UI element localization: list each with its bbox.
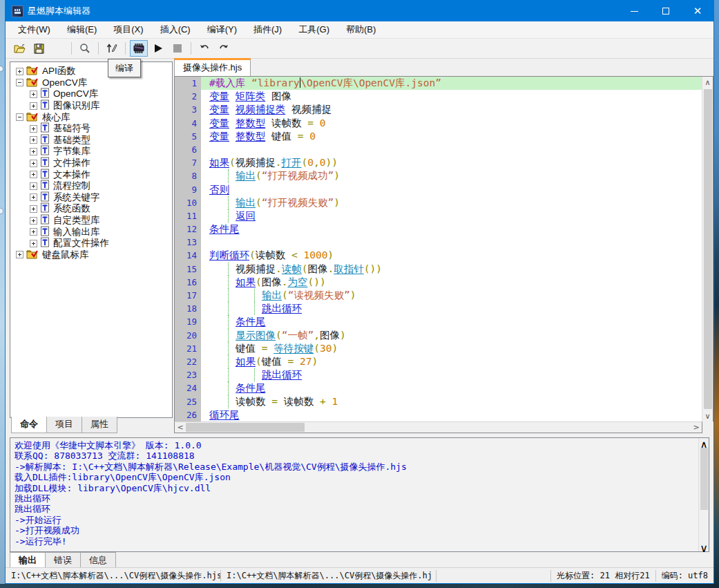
expand-plus-icon[interactable] [30,160,37,167]
output-scroll-thumb[interactable] [700,448,708,510]
code-line[interactable]: 11返回 [175,209,702,222]
goto-button[interactable] [103,40,121,57]
open-button[interactable] [10,40,28,57]
tree-item[interactable]: 系统关键字 [13,192,172,204]
code-line[interactable]: 2变量 矩阵类 图像 [175,90,702,103]
library-tree[interactable]: API函数OpenCV库OpenCV库图像识别库核心库基础符号基础类型字节集库文… [10,61,173,418]
expand-plus-icon[interactable] [30,182,37,190]
expand-plus-icon[interactable] [30,102,37,110]
code-editor[interactable]: 1#载入库 “library\OpenCV库\OpenCV库.json”2变量 … [175,77,702,421]
title-bar[interactable]: 星燃脚本编辑器 ✕ [6,1,713,21]
sidebar-tab-project[interactable]: 项目 [46,417,82,433]
horizontal-scroll-thumb[interactable] [186,423,305,432]
editor-tab-active[interactable]: 摄像头操作.hjs [174,58,251,76]
expand-plus-icon[interactable] [30,228,37,236]
undo-button[interactable] [195,40,213,57]
menu-item-file[interactable]: 文件(W) [11,21,57,38]
tree-item[interactable]: OpenCV库 [13,77,172,89]
code-line[interactable]: 26循环尾 [175,408,702,421]
menu-item-edit[interactable]: 编辑(E) [60,21,104,38]
tree-item[interactable]: 文件操作 [13,158,172,169]
expand-plus-icon[interactable] [30,136,37,144]
code-line[interactable]: 8输出(“打开视频成功”) [175,169,702,182]
tree-item[interactable]: 输入输出库 [13,226,172,238]
output-vertical-scrollbar[interactable]: ∧ ∨ [698,438,709,551]
expand-plus-icon[interactable] [16,68,23,75]
maximize-button[interactable] [650,1,682,21]
expand-plus-icon[interactable] [30,148,37,155]
code-line[interactable]: 10输出(“打开视频失败”) [175,196,702,209]
scroll-right-icon[interactable]: > [691,422,702,433]
code-line[interactable]: 25读帧数 = 读帧数 + 1 [175,395,702,408]
search-button[interactable] [76,40,94,57]
code-line[interactable]: 21键值 = 等待按键(30) [175,342,702,355]
tree-item[interactable]: 系统函数 [13,203,172,215]
expand-plus-icon[interactable] [30,217,37,225]
editor-vertical-scrollbar[interactable]: ∧ ∨ [702,77,713,421]
menu-item-tools[interactable]: 工具(G) [291,21,336,38]
menu-item-project[interactable]: 项目(X) [106,21,150,38]
code-line[interactable]: 9否则 [175,183,702,196]
menu-item-insert[interactable]: 插入(C) [153,21,198,38]
code-line[interactable]: 3变量 视频捕捉类 视频捕捉 [175,103,702,116]
expand-plus-icon[interactable] [30,171,37,178]
code-line[interactable]: 6 [175,143,702,156]
expand-plus-icon[interactable] [16,251,23,258]
code-line[interactable]: 4变量 整数型 读帧数 = 0 [175,117,702,130]
tree-item[interactable]: 图像识别库 [13,100,172,112]
tree-item[interactable]: 自定类型库 [13,215,172,227]
close-button[interactable]: ✕ [682,1,713,21]
code-line[interactable]: 12条件尾 [175,222,702,236]
code-line[interactable]: 15视频捕捉.读帧(图像.取指针()) [175,263,702,276]
stop-button[interactable] [169,40,186,57]
code-line[interactable]: 22如果(键值 = 27) [175,355,702,368]
save-all-button[interactable] [49,40,67,57]
code-line[interactable]: 24条件尾 [175,381,702,395]
code-line[interactable]: 17输出(“读视频失败”) [175,289,702,302]
tree-item[interactable]: 键盘鼠标库 [13,249,172,261]
compile-button[interactable] [130,40,148,57]
menu-item-plugin[interactable]: 插件(J) [247,21,289,38]
expand-plus-icon[interactable] [30,193,37,201]
tree-item[interactable]: 配置文件操作 [13,238,172,249]
sidebar-tab-property[interactable]: 属性 [82,417,117,433]
code-line[interactable]: 7如果(视频捕捉.打开(0,0)) [175,156,702,169]
expand-plus-icon[interactable] [30,240,37,247]
collapse-minus-icon[interactable] [16,113,23,121]
minimize-button[interactable] [618,1,650,21]
redo-button[interactable] [215,40,233,57]
tree-item[interactable]: 字节集库 [13,146,172,158]
scroll-left-icon[interactable]: < [175,422,186,433]
menu-item-compile[interactable]: 编译(Y) [200,21,244,38]
scroll-down-icon[interactable]: ∨ [702,410,713,421]
save-button[interactable] [30,40,48,57]
code-line[interactable]: 16如果(图像.为空()) [175,276,702,289]
scroll-down-icon[interactable]: ∨ [700,542,708,551]
tree-item[interactable]: 流程控制 [13,180,172,192]
run-button[interactable] [149,40,167,57]
code-line[interactable]: 23跳出循环 [175,368,702,381]
expand-plus-icon[interactable] [30,91,37,98]
scroll-up-icon[interactable]: ∧ [700,438,708,448]
output-tab-info[interactable]: 信息 [80,552,116,569]
tree-item[interactable]: 基础符号 [13,123,172,135]
tree-item[interactable]: 核心库 [13,111,172,123]
tree-item[interactable]: 文本操作 [13,169,172,180]
scroll-up-icon[interactable]: ∧ [702,77,713,88]
output-tab-output[interactable]: 输出 [10,552,46,569]
vertical-scroll-thumb[interactable] [704,89,712,409]
output-tab-error[interactable]: 错误 [45,552,81,569]
menu-item-help[interactable]: 帮助(B) [339,21,383,38]
tree-item[interactable]: 基础类型 [13,135,172,146]
code-line[interactable]: 18跳出循环 [175,302,702,315]
code-line[interactable]: 19条件尾 [175,315,702,328]
code-line[interactable]: 1#载入库 “library\OpenCV库\OpenCV库.json” [175,77,702,90]
code-line[interactable]: 14判断循环(读帧数 < 1000) [175,249,702,262]
expand-plus-icon[interactable] [30,205,37,213]
code-line[interactable]: 5变量 整数型 键值 = 0 [175,130,702,143]
sidebar-tab-command[interactable]: 命令 [11,417,47,433]
collapse-minus-icon[interactable] [16,79,23,86]
code-line[interactable]: 20显示图像(“一帧”,图像) [175,329,702,342]
code-line[interactable]: 13 [175,236,702,249]
editor-horizontal-scrollbar[interactable]: < > [174,421,702,433]
